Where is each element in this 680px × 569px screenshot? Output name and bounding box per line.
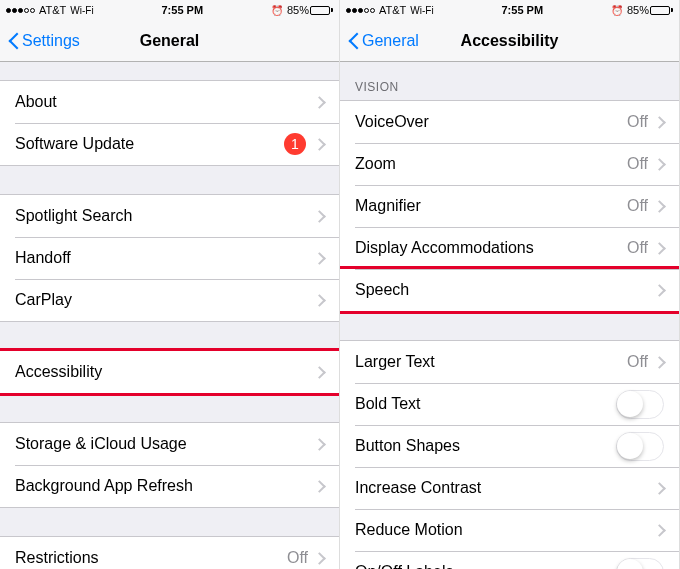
row-larger-text[interactable]: Larger Text Off: [340, 341, 679, 383]
row-label: Spotlight Search: [15, 207, 316, 225]
row-label: Magnifier: [355, 197, 627, 215]
chevron-right-icon: [316, 438, 324, 451]
toggle-onoff-labels[interactable]: [616, 558, 664, 570]
row-label: Display Accommodations: [355, 239, 627, 257]
wifi-icon: Wi-Fi: [410, 5, 433, 16]
row-magnifier[interactable]: Magnifier Off: [340, 185, 679, 227]
row-about[interactable]: About: [0, 81, 339, 123]
status-right: ⏰ 85%: [271, 4, 333, 16]
alarm-icon: ⏰: [611, 5, 623, 16]
row-handoff[interactable]: Handoff: [0, 237, 339, 279]
page-title: Accessibility: [461, 32, 559, 50]
chevron-right-icon: [316, 552, 324, 565]
row-label: Larger Text: [355, 353, 627, 371]
notification-badge: 1: [284, 133, 306, 155]
row-value: Off: [627, 353, 648, 371]
wifi-icon: Wi-Fi: [70, 5, 93, 16]
battery-icon: [650, 6, 670, 15]
row-display-accommodations[interactable]: Display Accommodations Off: [340, 227, 679, 269]
chevron-right-icon: [316, 138, 324, 151]
back-label: General: [362, 32, 419, 50]
row-value: Off: [287, 549, 308, 567]
row-label: Background App Refresh: [15, 477, 316, 495]
row-label: VoiceOver: [355, 113, 627, 131]
row-zoom[interactable]: Zoom Off: [340, 143, 679, 185]
chevron-right-icon: [656, 284, 664, 297]
screen-general: AT&T Wi-Fi 7:55 PM ⏰ 85% Settings Genera…: [0, 0, 340, 569]
group-text: Larger Text Off Bold Text Button Shapes …: [340, 340, 679, 569]
chevron-right-icon: [656, 482, 664, 495]
row-value: Off: [627, 197, 648, 215]
row-label: Storage & iCloud Usage: [15, 435, 316, 453]
group-vision: VoiceOver Off Zoom Off Magnifier Off Dis…: [340, 100, 679, 312]
chevron-left-icon: [348, 31, 360, 51]
chevron-right-icon: [316, 294, 324, 307]
chevron-right-icon: [656, 356, 664, 369]
section-header-vision: VISION: [340, 62, 679, 100]
chevron-right-icon: [656, 200, 664, 213]
chevron-right-icon: [316, 210, 324, 223]
row-bold-text[interactable]: Bold Text: [340, 383, 679, 425]
row-label: Bold Text: [355, 395, 616, 413]
group: Restrictions Off: [0, 536, 339, 569]
row-background-app-refresh[interactable]: Background App Refresh: [0, 465, 339, 507]
row-label: Increase Contrast: [355, 479, 656, 497]
row-speech[interactable]: Speech: [340, 269, 679, 311]
row-label: Speech: [355, 281, 656, 299]
nav-bar: General Accessibility: [340, 20, 679, 62]
row-software-update[interactable]: Software Update 1: [0, 123, 339, 165]
row-label: Button Shapes: [355, 437, 616, 455]
back-button[interactable]: General: [348, 31, 419, 51]
row-storage-icloud[interactable]: Storage & iCloud Usage: [0, 423, 339, 465]
toggle-bold-text[interactable]: [616, 390, 664, 419]
row-increase-contrast[interactable]: Increase Contrast: [340, 467, 679, 509]
toggle-button-shapes[interactable]: [616, 432, 664, 461]
chevron-right-icon: [316, 252, 324, 265]
row-voiceover[interactable]: VoiceOver Off: [340, 101, 679, 143]
signal-dots-icon: [346, 8, 375, 13]
chevron-right-icon: [316, 366, 324, 379]
row-reduce-motion[interactable]: Reduce Motion: [340, 509, 679, 551]
row-value: Off: [627, 239, 648, 257]
row-restrictions[interactable]: Restrictions Off: [0, 537, 339, 569]
carrier-label: AT&T: [39, 4, 66, 16]
status-left: AT&T Wi-Fi: [346, 4, 434, 16]
alarm-icon: ⏰: [271, 5, 283, 16]
row-label: Restrictions: [15, 549, 287, 567]
status-bar: AT&T Wi-Fi 7:55 PM ⏰ 85%: [0, 0, 339, 20]
row-value: Off: [627, 155, 648, 173]
row-label: Accessibility: [15, 363, 316, 381]
chevron-right-icon: [656, 524, 664, 537]
row-spotlight-search[interactable]: Spotlight Search: [0, 195, 339, 237]
group: Spotlight Search Handoff CarPlay: [0, 194, 339, 322]
row-accessibility[interactable]: Accessibility: [0, 351, 339, 393]
row-label: Software Update: [15, 135, 284, 153]
group: Storage & iCloud Usage Background App Re…: [0, 422, 339, 508]
row-carplay[interactable]: CarPlay: [0, 279, 339, 321]
row-label: About: [15, 93, 316, 111]
battery-icon: [310, 6, 330, 15]
row-label: Reduce Motion: [355, 521, 656, 539]
nav-bar: Settings General: [0, 20, 339, 62]
signal-dots-icon: [6, 8, 35, 13]
group: Accessibility: [0, 350, 339, 394]
status-left: AT&T Wi-Fi: [6, 4, 94, 16]
carrier-label: AT&T: [379, 4, 406, 16]
chevron-right-icon: [316, 480, 324, 493]
content-scroll[interactable]: VISION VoiceOver Off Zoom Off Magnifier …: [340, 62, 679, 569]
battery-percent: 85%: [627, 4, 649, 16]
row-label: On/Off Labels: [355, 563, 616, 569]
chevron-right-icon: [656, 158, 664, 171]
chevron-right-icon: [656, 242, 664, 255]
content-scroll[interactable]: About Software Update 1 Spotlight Search…: [0, 62, 339, 569]
row-button-shapes[interactable]: Button Shapes: [340, 425, 679, 467]
chevron-left-icon: [8, 31, 20, 51]
row-onoff-labels[interactable]: On/Off Labels: [340, 551, 679, 569]
row-label: Zoom: [355, 155, 627, 173]
clock: 7:55 PM: [162, 4, 204, 16]
back-label: Settings: [22, 32, 80, 50]
back-button[interactable]: Settings: [8, 31, 80, 51]
page-title: General: [140, 32, 200, 50]
screen-accessibility: AT&T Wi-Fi 7:55 PM ⏰ 85% General Accessi…: [340, 0, 680, 569]
status-bar: AT&T Wi-Fi 7:55 PM ⏰ 85%: [340, 0, 679, 20]
